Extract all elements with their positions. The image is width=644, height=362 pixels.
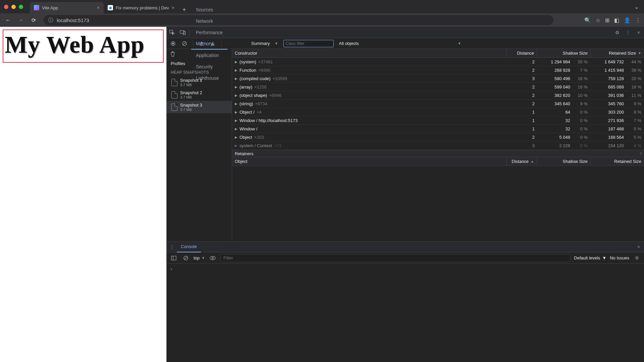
browser-tabstrip: Vite App × ◉ Fix memory problems | Dev ×… [0, 0, 644, 13]
heap-row[interactable]: ▶system / Context×7332 2280 %154 1204 % [232, 141, 644, 150]
col-object[interactable]: Object [232, 157, 506, 166]
expand-icon[interactable]: ▶ [235, 119, 237, 122]
devtools-tab-sources[interactable]: Sources [191, 4, 227, 15]
retained-size-pct: 7 % [627, 118, 641, 123]
console-output[interactable]: › [167, 264, 644, 362]
heap-row[interactable]: ▶Window / http://localhost:51731320 %271… [232, 116, 644, 125]
clear-console-icon[interactable] [181, 254, 190, 262]
collect-garbage-icon[interactable] [167, 49, 232, 58]
console-settings-icon[interactable]: ⚙ [633, 254, 641, 262]
clear-profiles-icon[interactable] [180, 39, 189, 48]
back-button[interactable]: ← [3, 15, 13, 25]
col-distance[interactable]: Distance [506, 49, 537, 57]
record-heap-snapshot-icon[interactable] [169, 39, 177, 48]
devtools-tab-performance[interactable]: Performance [191, 27, 227, 38]
browser-tab[interactable]: Vite App × [30, 2, 104, 13]
log-levels-dropdown[interactable]: Default levels ▼ [574, 255, 606, 260]
new-tab-button[interactable]: + [178, 6, 190, 13]
bookmark-icon[interactable]: ☆ [596, 17, 600, 23]
devtools-settings-icon[interactable]: ⚙ [612, 27, 623, 38]
expand-icon[interactable]: ▶ [235, 144, 237, 147]
heap-row[interactable]: ▶(system)×3746121 294 98435 %1 649 73244… [232, 58, 644, 66]
col-shallow-size[interactable]: Shallow Size [537, 157, 590, 166]
col-distance[interactable]: Distance▲ [506, 157, 537, 166]
expand-icon[interactable]: ▶ [235, 102, 237, 106]
tab-title: Fix memory problems | Dev [116, 5, 169, 10]
col-shallow-size[interactable]: Shallow Size [537, 49, 590, 57]
devtools-close-icon[interactable]: × [633, 27, 644, 38]
expand-icon[interactable]: ▶ [235, 94, 237, 97]
drawer-close-icon[interactable]: × [633, 244, 644, 249]
constructor-name: (system) [239, 59, 256, 64]
retained-size-value: 1 649 732 [604, 59, 624, 64]
objects-filter-dropdown[interactable]: All objects ▼ [336, 41, 464, 46]
instance-count: ×10599 [273, 76, 287, 81]
console-sidebar-toggle-icon[interactable] [169, 254, 178, 262]
tab-search-button[interactable]: ⌄ [634, 4, 639, 10]
live-expression-icon[interactable] [208, 254, 217, 262]
expand-icon[interactable]: ▶ [235, 68, 237, 72]
drawer-tab-console[interactable]: Console [177, 242, 201, 252]
browser-tab[interactable]: ◉ Fix memory problems | Dev × [104, 2, 178, 13]
retained-size-pct: 20 % [627, 76, 641, 81]
expand-icon[interactable]: ▶ [235, 60, 237, 64]
retainers-label: Retainers [235, 151, 254, 156]
heap-row[interactable]: ▶(compiled code)×105993580 49616 %759 12… [232, 74, 644, 83]
heap-row[interactable]: ▶(object shape)×69462382 62010 %391 0361… [232, 91, 644, 100]
devtools-tab-network[interactable]: Network [191, 15, 227, 27]
site-info-icon[interactable]: ⓘ [48, 17, 53, 23]
col-retained-size[interactable]: Retained Size [590, 157, 644, 166]
heap-row[interactable]: ▶Window /1320 %187 4885 % [232, 125, 644, 133]
window-controls [4, 5, 23, 9]
inspect-element-icon[interactable] [167, 27, 177, 38]
favicon-icon [34, 5, 39, 10]
snapshot-item[interactable]: Snapshot 33.7 MB [167, 101, 232, 113]
expand-icon[interactable]: ▶ [235, 77, 237, 80]
expand-icon[interactable]: ▶ [235, 85, 237, 89]
retained-size-pct: 38 % [627, 68, 641, 73]
heap-row[interactable]: ▶(string)×97342345 6409 %345 7609 % [232, 100, 644, 108]
expand-icon[interactable]: ▶ [235, 127, 237, 131]
devtools-menu-icon[interactable]: ⋮ [623, 27, 633, 38]
chrome-menu-icon[interactable]: ⋮ [635, 17, 641, 23]
device-toolbar-icon[interactable] [177, 27, 188, 38]
col-retained-size[interactable]: Retained Size▼ [590, 49, 644, 57]
heap-row[interactable]: ▶Object /×41640 %303 2008 % [232, 108, 644, 116]
drawer-menu-icon[interactable]: ⋮ [167, 244, 177, 249]
expand-icon[interactable]: ▶ [235, 135, 237, 139]
profile-icon[interactable]: 👤 [624, 17, 631, 23]
tab-close-button[interactable]: × [97, 5, 100, 10]
class-filter-input[interactable] [283, 40, 334, 47]
retainers-header[interactable]: Retainers ≡ [232, 150, 644, 157]
perspective-dropdown[interactable]: Summary ▼ [249, 41, 281, 46]
reload-button[interactable]: ⟳ [29, 15, 38, 25]
snapshot-item[interactable]: Snapshot 23.7 MB [167, 88, 232, 101]
devtools-tab-console[interactable]: Console [191, 0, 227, 4]
shallow-size-pct: 0 % [574, 110, 588, 115]
constructor-name: Window / http://localhost:5173 [239, 118, 298, 123]
address-bar[interactable]: ⓘ localhost:5173 [44, 15, 553, 25]
sidepanel-icon[interactable]: ◧ [614, 17, 619, 23]
retainers-body [232, 166, 644, 241]
heap-row[interactable]: ▶Object×20325 0480 %168 5645 % [232, 133, 644, 141]
heap-row[interactable]: ▶Function×93902268 9287 %1 415 94838 % [232, 66, 644, 74]
execution-context-dropdown[interactable]: top ▼ [194, 255, 205, 260]
heap-table-header: Constructor Distance Shallow Size Retain… [232, 49, 644, 58]
save-profile-icon[interactable] [209, 39, 217, 48]
zoom-icon[interactable]: 🔍 [584, 17, 591, 23]
heap-row[interactable]: ▶(array)×12582599 04016 %685 06818 % [232, 83, 644, 91]
window-zoom-button[interactable] [19, 5, 23, 9]
drag-handle-icon[interactable]: ≡ [640, 151, 642, 156]
window-minimize-button[interactable] [11, 5, 16, 9]
issues-counter[interactable]: No Issues [610, 255, 629, 260]
forward-button[interactable]: → [16, 15, 25, 25]
snapshot-item[interactable]: Snapshot 13.7 MB [167, 76, 232, 88]
expand-icon[interactable]: ▶ [235, 110, 237, 114]
col-constructor[interactable]: Constructor [232, 49, 506, 57]
console-filter-input[interactable] [220, 254, 571, 262]
shallow-size-pct: 16 % [574, 84, 588, 89]
tab-close-button[interactable]: × [172, 5, 174, 10]
extensions-icon[interactable]: ⊞ [605, 17, 609, 23]
window-close-button[interactable] [4, 5, 8, 9]
load-profile-icon[interactable] [197, 39, 206, 48]
